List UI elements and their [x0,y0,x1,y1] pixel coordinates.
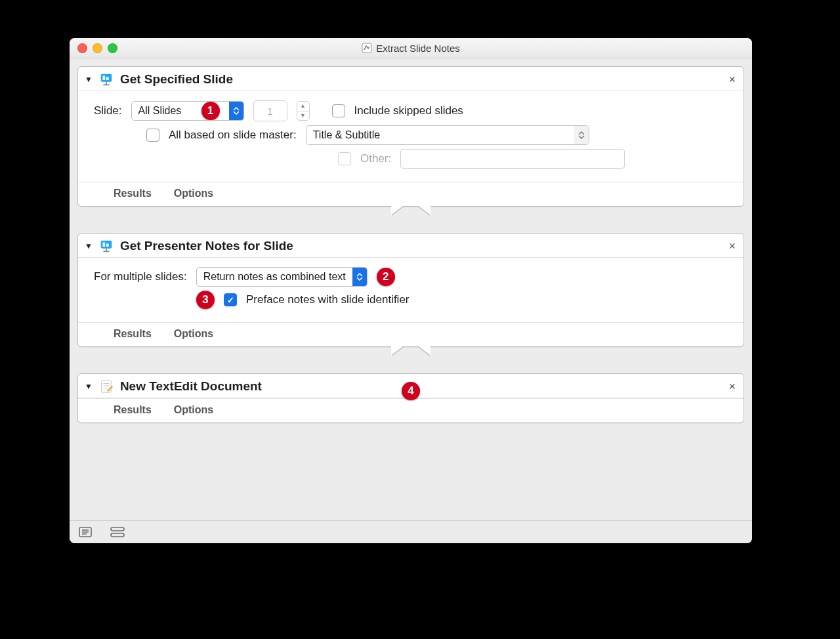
zoom-window-button[interactable] [108,43,117,53]
disclosure-triangle-icon[interactable]: ▼ [85,75,93,84]
remove-action-button[interactable]: × [728,73,736,85]
flow-connector-icon [385,346,437,373]
workflow-canvas: ▼ Get Specified Slide × Slide: All Slide… [70,58,752,520]
svg-rect-2 [102,76,105,80]
keynote-app-icon [99,239,114,253]
action-title: New TextEdit Document [120,379,262,394]
results-tab[interactable]: Results [114,404,152,416]
master-filter-checkbox[interactable] [146,129,159,142]
notes-output-popup[interactable]: Return notes as combined text [196,267,368,287]
svg-rect-10 [103,251,109,252]
callout-4: 4 [402,382,420,400]
action-new-textedit-document: ▼ New TextEdit Document 4 × Results Opti… [77,373,744,423]
workflow-file-icon [362,43,372,53]
keynote-app-icon [99,72,114,87]
svg-rect-19 [111,527,124,531]
svg-rect-3 [106,77,109,80]
slide-scope-popup[interactable]: All Slides 1 [131,101,244,121]
remove-action-button[interactable]: × [728,381,736,392]
svg-rect-5 [103,84,109,85]
svg-rect-0 [362,43,371,52]
svg-rect-8 [106,243,109,247]
disclosure-triangle-icon[interactable]: ▼ [85,241,93,251]
other-master-label: Other: [360,152,391,165]
options-tab[interactable]: Options [174,188,213,199]
disclosure-triangle-icon[interactable]: ▼ [85,382,93,391]
svg-rect-7 [102,243,105,247]
action-title: Get Specified Slide [120,72,233,87]
slide-master-popup[interactable]: Title & Subtitle [306,125,589,145]
workflow-view-icon[interactable] [110,527,125,537]
preface-identifier-label: Preface notes with slide identifier [246,293,410,306]
slide-number-stepper: ▲▼ [297,101,310,121]
action-get-specified-slide: ▼ Get Specified Slide × Slide: All Slide… [77,66,744,207]
slide-label: Slide: [94,104,122,117]
other-master-checkbox [338,152,351,165]
other-master-field [400,149,625,169]
minimize-window-button[interactable] [93,43,102,53]
titlebar: Extract Slide Notes [70,38,752,58]
callout-1: 1 [201,102,220,120]
flow-connector-icon [385,206,437,232]
include-skipped-label: Include skipped slides [354,104,463,117]
callout-2: 2 [377,268,395,286]
textedit-app-icon [99,379,114,394]
master-filter-label: All based on slide master: [169,129,297,142]
include-skipped-checkbox[interactable] [332,104,345,117]
preface-identifier-checkbox[interactable]: ✓ [224,293,237,306]
options-tab[interactable]: Options [174,328,213,340]
options-tab[interactable]: Options [174,404,213,416]
svg-rect-20 [111,533,124,537]
slide-number-field [253,100,287,121]
svg-rect-11 [102,381,112,392]
action-title: Get Presenter Notes for Slide [120,239,293,253]
multiple-slides-label: For multiple slides: [94,270,187,283]
close-window-button[interactable] [77,43,87,53]
automator-window: Extract Slide Notes ▼ Get Specified Slid… [70,38,752,543]
traffic-lights [70,43,117,53]
results-tab[interactable]: Results [114,188,152,199]
window-title: Extract Slide Notes [376,43,460,54]
log-view-icon[interactable] [79,527,92,537]
window-footer [70,520,752,543]
results-tab[interactable]: Results [114,328,152,340]
callout-3: 3 [196,291,215,309]
action-get-presenter-notes: ▼ Get Presenter Notes for Slide × For mu… [77,233,744,347]
remove-action-button[interactable]: × [728,240,736,252]
